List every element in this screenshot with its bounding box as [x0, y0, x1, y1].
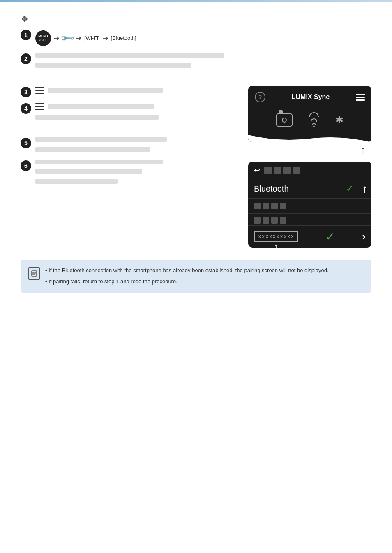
- step-number-5: 5: [21, 138, 31, 148]
- camera-icon-wrapper: [276, 113, 293, 127]
- help-icon: ?: [255, 92, 265, 102]
- item-squares-1: [254, 203, 366, 209]
- screen-icons-row: ✱: [255, 108, 365, 130]
- screen-menu-icon: [356, 94, 365, 101]
- back-arrow-icon: ↩: [254, 166, 260, 175]
- note-line-2: • If pairing fails, return to step 1 and…: [45, 278, 329, 286]
- arrow-icon-2: ➜: [76, 33, 82, 44]
- confirm-checkmark: ✓: [325, 230, 335, 243]
- step-3-row: 3: [21, 86, 236, 97]
- item-squares-2: [254, 217, 366, 224]
- pairing-code-input[interactable]: XXXXXXXXXX: [254, 231, 298, 242]
- step-2-content: [35, 53, 371, 70]
- input-box-wrapper: XXXXXXXXXX ↑: [254, 231, 298, 242]
- arrow-icon-1: ➜: [53, 33, 60, 44]
- hamburger-icon-2: [35, 103, 44, 110]
- note-line-1: • If the Bluetooth connection with the s…: [45, 266, 329, 275]
- step-number-1: 1: [21, 30, 31, 40]
- decorative-diamond: ❖: [21, 14, 371, 25]
- two-col-layout: 3 4: [21, 86, 371, 248]
- wrench-icon: 🔧: [59, 30, 76, 47]
- step-3-content: [35, 86, 236, 95]
- arrow-icon-3: ➜: [102, 33, 108, 44]
- screen-header: ? LUMIX Sync: [255, 92, 365, 102]
- bluetooth-label: Bluetooth: [254, 184, 289, 194]
- lumix-sync-screen: ? LUMIX Sync: [248, 86, 371, 142]
- input-up-arrow: ↑: [274, 241, 279, 252]
- screen-title: LUMIX Sync: [265, 93, 356, 101]
- left-steps-col: 3 4: [21, 86, 236, 191]
- right-screens-col: ? LUMIX Sync: [248, 86, 371, 248]
- step-1-row: 1 MENU/SET ➜ 🔧 ➜ [Wi-Fi] ➜ [Bluetooth]: [21, 29, 371, 48]
- bluetooth-checkmark: ✓: [346, 183, 353, 194]
- bluetooth-icon: ✱: [335, 114, 344, 126]
- screen-wave-divider: [248, 135, 371, 142]
- bluetooth-pairing-screen: ↩ Bluetooth ✓ ↑: [248, 162, 371, 248]
- step-number-3: 3: [21, 87, 31, 97]
- step-5-row: 5: [21, 137, 236, 155]
- bluetooth-row: Bluetooth ✓ ↑: [248, 179, 371, 199]
- step-number-2: 2: [21, 53, 31, 64]
- note-box: • If the Bluetooth connection with the s…: [21, 260, 371, 293]
- step-6-content: [35, 160, 236, 186]
- note-text-content: • If the Bluetooth connection with the s…: [45, 266, 329, 286]
- back-row: ↩: [248, 162, 371, 179]
- hamburger-icon: [35, 87, 44, 94]
- title-placeholder-squares: [264, 167, 300, 174]
- arrow-to-bluetooth: ↑: [248, 144, 371, 157]
- up-arrow-icon: ↑: [362, 183, 367, 195]
- nav-label-wifi: [Wi-Fi]: [84, 34, 100, 42]
- camera-icon: [276, 113, 293, 127]
- step-6-row: 6: [21, 160, 236, 186]
- step-5-content: [35, 137, 236, 155]
- step-number-4: 4: [21, 103, 31, 114]
- step-4-row: 4: [21, 102, 236, 122]
- nav-label-bluetooth: [Bluetooth]: [111, 34, 136, 42]
- step-number-6: 6: [21, 160, 31, 171]
- wifi-icon: [309, 112, 319, 127]
- menu-set-button-icon: MENU/SET: [35, 30, 51, 46]
- input-row: XXXXXXXXXX ↑ ✓ ›: [248, 214, 371, 248]
- input-controls-row: XXXXXXXXXX ↑ ✓ ›: [248, 226, 371, 248]
- screen-top-content: ? LUMIX Sync: [248, 86, 371, 135]
- menu-nav-row: MENU/SET ➜ 🔧 ➜ [Wi-Fi] ➜ [Bluetooth]: [35, 30, 371, 46]
- step-4-content: [35, 102, 236, 122]
- item-row-1: [248, 199, 371, 214]
- item-squares-2-row: [248, 214, 371, 226]
- step-2-row: 2: [21, 53, 371, 70]
- next-chevron-icon: ›: [362, 230, 366, 243]
- step-1-content: MENU/SET ➜ 🔧 ➜ [Wi-Fi] ➜ [Bluetooth]: [35, 29, 371, 48]
- note-icon: [28, 267, 40, 280]
